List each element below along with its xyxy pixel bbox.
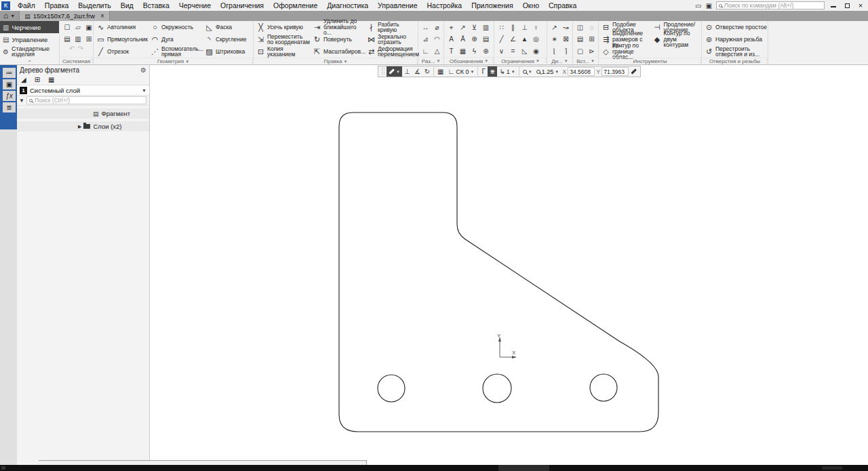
notation-icon-button[interactable]: ▦ <box>457 45 469 57</box>
insert-icon-button[interactable]: ⊞ <box>586 33 597 45</box>
home-icon[interactable]: ⌂ <box>0 12 10 20</box>
properties-panel-icon[interactable]: ▣ <box>3 79 16 89</box>
constraint-icon-button[interactable]: ∨ <box>496 45 507 57</box>
section-dialog-dots[interactable]: ⁚ <box>700 59 701 64</box>
ribbon-command[interactable]: ↺Перестроить отверстия и из... <box>702 45 768 58</box>
ribbon-command[interactable]: ▭Прямоугольник <box>94 33 148 45</box>
constraint-icon-button[interactable]: ∷ <box>496 22 507 33</box>
section-expand-caret[interactable]: ▼ <box>484 59 488 63</box>
constraint-icon-button[interactable]: = <box>507 45 519 57</box>
diagnostics-icon-button[interactable]: ⌊ <box>549 45 560 57</box>
ribbon-command[interactable]: ╱Отрезок <box>94 45 148 58</box>
menu-item[interactable]: Настройка <box>422 1 467 9</box>
current-layer-selector[interactable]: 1 Системный слой ▼ <box>17 85 149 96</box>
ribbon-command[interactable]: ◠Дуга <box>148 33 202 45</box>
dimension-icon-button[interactable]: ⊿ <box>420 33 431 45</box>
menu-item[interactable]: Ограничения <box>216 1 269 9</box>
zoom-area-button[interactable]: ▼ <box>521 66 534 77</box>
menu-item[interactable]: Черчение <box>174 1 216 9</box>
ribbon-command[interactable]: ↻Повернуть <box>310 33 364 45</box>
section-expand-caret[interactable]: ▼ <box>344 60 348 64</box>
system-icon-button[interactable]: ⊞ <box>83 33 94 45</box>
section-expand-caret[interactable]: ▼ <box>436 59 440 63</box>
constraint-icon-button[interactable]: ╱ <box>496 33 507 45</box>
section-dialog-dots[interactable]: ⁚ <box>545 58 546 64</box>
section-expand-caret[interactable]: ▼ <box>591 59 595 63</box>
constraint-icon-button[interactable]: ⊥ <box>519 22 530 33</box>
command-search-input[interactable]: Поиск по командам (Alt+/) <box>716 1 825 9</box>
grid-button[interactable]: ▦ <box>435 66 446 77</box>
section-expand-caret[interactable]: ▼ <box>564 59 568 63</box>
constraint-icon-button[interactable]: ◺ <box>519 45 530 57</box>
constraint-icon-button[interactable]: ♀ <box>530 22 542 33</box>
insert-icon-button[interactable]: ◌ <box>586 22 597 33</box>
section-dialog-dots[interactable]: ⁚ <box>492 58 493 64</box>
section-dialog-dots[interactable]: ⁚ <box>252 59 252 64</box>
close-button[interactable]: × <box>856 1 865 9</box>
ribbon-command[interactable]: ⇥Удлинить до ближайшего о... <box>310 21 364 33</box>
display-settings-icon[interactable]: ▣ <box>706 2 712 9</box>
constraint-icon-button[interactable]: ∥ <box>507 22 519 33</box>
menu-item[interactable]: Файл <box>13 1 40 9</box>
minimize-button[interactable] <box>829 1 838 9</box>
ribbon-command[interactable]: ⊙Отверстие простое <box>702 21 768 33</box>
dimension-icon-button[interactable]: ∟ <box>420 45 431 57</box>
menu-item[interactable]: Диагностика <box>322 1 373 9</box>
ribbon-command[interactable]: ⊚Наружная резьба <box>702 33 768 45</box>
diagnostics-icon-button[interactable]: ↝ <box>560 22 572 33</box>
part-outline[interactable] <box>339 112 658 432</box>
tree-search-input[interactable]: Поиск (Ctrl+/) <box>26 96 146 104</box>
ribbon-command[interactable]: ◇Контур по границе облас... <box>599 45 650 58</box>
x-coordinate-input[interactable]: 34.5608 <box>568 67 595 76</box>
ribbon-tab-standard-parts[interactable]: ⚙ Стандартные изделия <box>0 45 59 58</box>
system-icon-button[interactable]: ▤ <box>62 33 73 45</box>
menu-item[interactable]: Выделить <box>73 1 115 9</box>
undo-redo-icon-button[interactable]: ↶ <box>69 45 75 52</box>
notation-icon-button[interactable]: ϟ <box>469 45 480 57</box>
expander-icon[interactable]: ▶ <box>78 124 81 129</box>
y-coordinate-input[interactable]: 71.3963 <box>601 67 629 76</box>
layers-panel-icon[interactable]: ≣ <box>3 102 16 112</box>
menu-item[interactable]: Вставка <box>138 1 174 9</box>
system-icon-button[interactable]: ▱ <box>73 22 83 33</box>
document-tab[interactable]: ▤ 150x150x7,6_2шт.frw × <box>19 11 110 21</box>
ribbon-command[interactable]: ⇲Переместить по координатам <box>254 33 310 45</box>
tree-item-fragment[interactable]: ▤ Фрагмент <box>17 108 149 119</box>
hole-right[interactable] <box>590 374 617 401</box>
notation-icon-button[interactable]: ▤ <box>480 33 492 45</box>
rotate-snap-button[interactable]: ↻ <box>422 66 432 77</box>
start-button[interactable] <box>1 466 5 470</box>
ribbon-command[interactable]: ╳Усечь кривую <box>254 21 310 33</box>
home-dropdown-caret[interactable]: ▼ <box>10 14 19 18</box>
notation-icon-button[interactable]: T <box>446 45 457 57</box>
constraint-icon-button[interactable]: ▲ <box>519 33 530 45</box>
pencil-icon[interactable]: ◢ <box>21 76 26 83</box>
section-expand-caret[interactable]: ▼ <box>185 60 189 64</box>
section-dialog-dots[interactable]: ⁚ <box>766 59 767 64</box>
ribbon-command[interactable]: ◝Скругление <box>202 33 252 45</box>
ortho-mode-button[interactable]: Γ <box>479 66 488 77</box>
chevron-down-icon[interactable]: ▼ <box>511 70 515 74</box>
chevron-down-icon[interactable]: ▼ <box>555 70 559 74</box>
ribbon-command[interactable]: ⇄Деформация перемещением <box>364 45 417 58</box>
layers-icon[interactable]: ⊞ <box>35 76 40 83</box>
ribbon-command[interactable]: ◺Фаска <box>202 21 252 33</box>
tree-panel-icon[interactable]: ≔ <box>3 68 16 78</box>
ribbon-collapse-chevron[interactable]: ⌄ <box>0 58 59 64</box>
notation-icon-button[interactable]: ▥ <box>480 22 492 33</box>
notation-icon-button[interactable]: ⊕ <box>480 45 492 57</box>
geometry-picker-button[interactable] <box>629 66 639 77</box>
dimension-icon-button[interactable]: ◠ <box>431 33 443 45</box>
menu-item[interactable]: Окно <box>518 1 544 9</box>
insert-icon-button[interactable]: ◫ <box>574 22 586 33</box>
filter-icon[interactable]: ▼ <box>19 98 24 104</box>
menu-item[interactable]: Управление <box>373 1 422 9</box>
ribbon-tab-management[interactable]: ▤ Управление <box>0 33 59 45</box>
menu-item[interactable]: Оформление <box>269 1 322 9</box>
notation-icon-button[interactable]: ⊻ <box>469 22 480 33</box>
angle-snap-button[interactable]: ∡ <box>412 66 422 77</box>
rounding-mode-button[interactable]: ⋇ <box>488 66 497 77</box>
section-dialog-dots[interactable]: ⁚ <box>416 59 417 64</box>
ribbon-command[interactable]: ◆Контур по двум контурам <box>650 33 702 45</box>
hole-left[interactable] <box>378 375 405 402</box>
